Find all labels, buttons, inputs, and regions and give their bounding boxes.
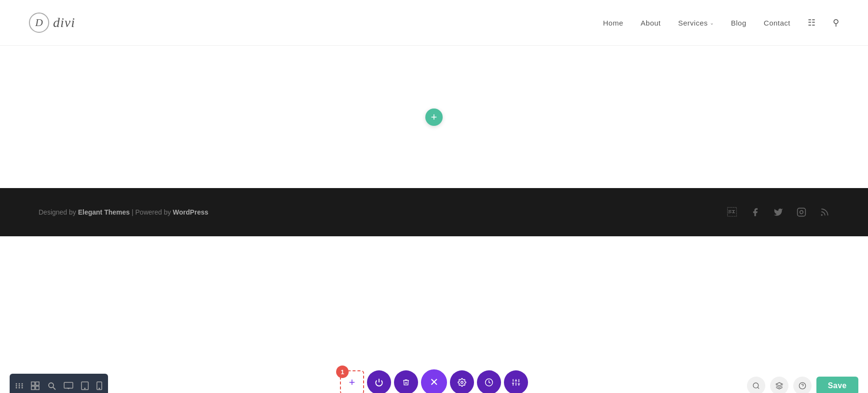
desktop-view-button[interactable] [64, 382, 73, 390]
nav-blog[interactable]: Blog [731, 19, 746, 27]
footer-separator: | Powered by [130, 208, 173, 216]
toolbar-center: 1 + ✕ [340, 369, 528, 393]
close-icon: ✕ [430, 376, 438, 389]
notification-badge: 1 [336, 366, 349, 378]
svg-point-26 [461, 381, 463, 384]
close-button[interactable]: ✕ [421, 369, 447, 393]
nav-about[interactable]: About [641, 19, 661, 27]
svg-rect-13 [36, 382, 39, 385]
layers-button[interactable] [770, 377, 788, 393]
site-header: D divi Home About Services ⌄ Blog Contac… [0, 0, 868, 46]
nav-contact[interactable]: Contact [764, 19, 790, 27]
facebook-icon[interactable] [750, 207, 760, 217]
svg-rect-18 [64, 382, 73, 388]
svg-point-8 [19, 387, 20, 389]
toolbar-left [10, 374, 108, 393]
save-button[interactable]: Save [816, 377, 858, 393]
svg-point-24 [99, 388, 100, 389]
logo-text: divi [53, 15, 75, 30]
svg-rect-0 [798, 208, 806, 217]
cart-icon[interactable]: ☷ [808, 17, 815, 28]
nav-services[interactable]: Services [678, 19, 708, 27]
svg-point-37 [753, 383, 759, 388]
svg-point-3 [16, 383, 17, 385]
svg-line-17 [53, 387, 55, 390]
footer-elegant-themes: Elegant Themes [78, 208, 130, 216]
footer-credit: Designed by Elegant Themes | Powered by … [39, 208, 208, 216]
instagram-icon[interactable] [797, 207, 806, 217]
svg-line-38 [758, 387, 759, 389]
badge-wrapper: 1 + [340, 370, 364, 393]
help-button[interactable] [793, 377, 812, 393]
svg-point-4 [16, 385, 17, 387]
rss-icon[interactable] [820, 207, 829, 217]
plus-icon: + [349, 376, 355, 389]
svg-point-6 [19, 383, 20, 385]
facebook-icon[interactable]:  [727, 207, 737, 218]
svg-rect-12 [31, 382, 35, 385]
svg-point-11 [22, 387, 23, 389]
logo-d-icon: D [35, 16, 43, 29]
svg-point-22 [84, 388, 85, 389]
svg-point-10 [22, 385, 23, 387]
nav-home[interactable]: Home [603, 19, 624, 27]
chevron-down-icon: ⌄ [710, 20, 714, 26]
plus-icon: + [431, 111, 437, 123]
footer-social-icons:  [727, 207, 829, 218]
svg-point-7 [19, 385, 20, 387]
sliders-button[interactable] [504, 370, 528, 393]
svg-point-2 [821, 215, 822, 216]
bottom-toolbar: 1 + ✕ [0, 371, 868, 393]
svg-point-16 [49, 383, 54, 388]
footer-designed-by: Designed by [39, 208, 78, 216]
add-row-button[interactable]: + [425, 108, 443, 126]
tablet-view-button[interactable] [81, 381, 89, 390]
search-right-button[interactable] [747, 377, 765, 393]
logo[interactable]: D divi [29, 13, 75, 33]
twitter-icon[interactable] [773, 207, 783, 217]
nav-services-wrapper: Services ⌄ [678, 19, 714, 27]
svg-rect-15 [36, 386, 39, 390]
history-button[interactable] [477, 370, 501, 393]
svg-point-9 [22, 383, 23, 385]
grid-view-button[interactable] [31, 381, 40, 390]
svg-marker-39 [776, 382, 782, 386]
delete-button[interactable] [394, 370, 418, 393]
mobile-view-button[interactable] [96, 381, 102, 390]
settings-button[interactable] [450, 370, 474, 393]
svg-rect-14 [31, 386, 35, 390]
toolbar-right: Save [747, 377, 858, 393]
logo-circle-icon: D [29, 13, 49, 33]
power-button[interactable] [367, 370, 391, 393]
below-footer-area: 1 + ✕ [0, 236, 868, 393]
menu-dots-button[interactable] [15, 382, 23, 390]
svg-point-5 [16, 387, 17, 389]
site-footer: Designed by Elegant Themes | Powered by … [0, 188, 868, 236]
search-icon[interactable]: ⚲ [833, 17, 839, 28]
main-nav: Home About Services ⌄ Blog Contact ☷ ⚲ [603, 17, 839, 28]
main-content-area: + [0, 46, 868, 188]
search-button[interactable] [47, 381, 56, 390]
footer-wordpress: WordPress [173, 208, 208, 216]
